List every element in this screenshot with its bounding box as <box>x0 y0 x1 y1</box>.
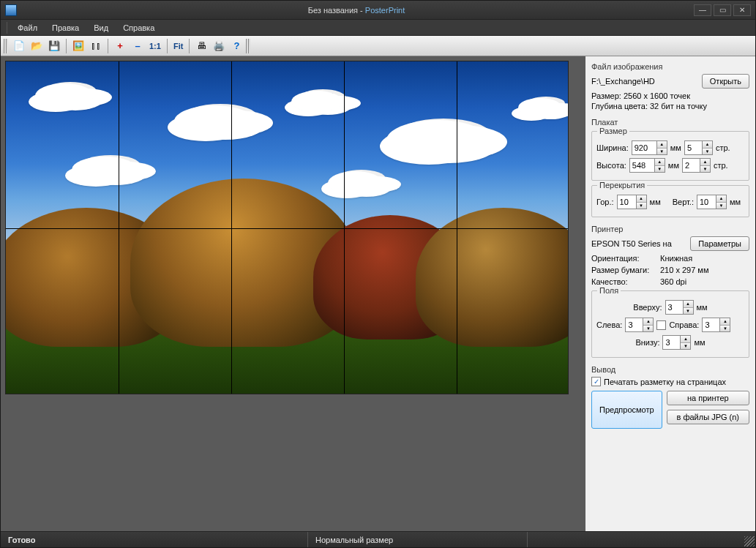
width-spinner[interactable]: ▲▼ <box>632 140 667 155</box>
open-icon[interactable]: 📂 <box>29 38 45 54</box>
poster-section: Плакат Размер Ширина: ▲▼ мм ▲▼ стр. Высо… <box>591 118 749 217</box>
spin-up-icon[interactable]: ▲ <box>716 195 726 203</box>
bottom-margin-input[interactable] <box>662 335 680 350</box>
bottom-margin-spinner[interactable]: ▲▼ <box>662 335 691 350</box>
vert-overlap-spinner[interactable]: ▲▼ <box>697 195 727 209</box>
output-section: Вывод ✓ Печатать разметку на страницах П… <box>591 365 749 429</box>
spin-up-icon[interactable]: ▲ <box>637 195 646 203</box>
spin-down-icon[interactable]: ▼ <box>720 326 730 332</box>
height-spinner[interactable]: ▲▼ <box>629 158 665 173</box>
overlap-title: Перекрытия <box>597 181 647 189</box>
spin-down-icon[interactable]: ▼ <box>681 343 690 350</box>
image-icon[interactable]: 🖼️ <box>70 38 86 54</box>
save-icon[interactable]: 💾 <box>46 38 62 54</box>
grid-line <box>119 61 119 394</box>
close-button[interactable]: ✕ <box>733 4 751 16</box>
left-margin-input[interactable] <box>625 318 643 332</box>
spin-down-icon[interactable]: ▼ <box>643 326 653 332</box>
minimize-button[interactable]: — <box>694 4 711 16</box>
right-margin-input[interactable] <box>702 318 719 332</box>
grid-line <box>231 61 232 394</box>
grid-line <box>457 61 457 394</box>
spin-up-icon[interactable]: ▲ <box>655 159 665 166</box>
printer-params-button[interactable]: Параметры <box>690 236 749 251</box>
vpages-spinner[interactable]: ▲▼ <box>682 158 711 173</box>
spin-up-icon[interactable]: ▲ <box>684 301 693 308</box>
resize-handle-icon[interactable] <box>744 536 755 547</box>
vert-overlap-label: Верт.: <box>673 198 694 206</box>
paper-size-label: Размер бумаги: <box>591 266 657 274</box>
spin-up-icon[interactable]: ▲ <box>720 318 730 326</box>
grid-line <box>6 228 568 229</box>
spin-down-icon[interactable]: ▼ <box>716 203 726 209</box>
spin-down-icon[interactable]: ▼ <box>703 149 712 155</box>
right-margin-spinner[interactable]: ▲▼ <box>702 318 730 332</box>
print-layout-checkbox[interactable]: ✓ <box>591 377 601 386</box>
printer-name: EPSON T50 Series на <box>591 239 672 248</box>
link-margins-checkbox[interactable] <box>656 320 666 330</box>
height-input[interactable] <box>629 158 654 173</box>
print-layout-label: Печатать разметку на страницах <box>604 378 726 386</box>
vert-overlap-input[interactable] <box>697 195 716 209</box>
statusbar: Готово Нормальный размер <box>1 531 755 547</box>
spin-up-icon[interactable]: ▲ <box>700 159 710 166</box>
print-preview-icon[interactable]: 🖶 <box>193 38 209 54</box>
menu-edit[interactable]: Правка <box>45 21 86 34</box>
content-area: Файл изображения F:\_Exchange\HD Открыть… <box>1 56 755 531</box>
cloud-icon <box>518 98 562 117</box>
app-icon <box>5 4 17 16</box>
maximize-button[interactable]: ▭ <box>714 4 731 16</box>
top-margin-spinner[interactable]: ▲▼ <box>665 300 694 315</box>
toolbar-grip-end[interactable] <box>246 39 250 53</box>
open-file-button[interactable]: Открыть <box>702 74 749 89</box>
width-label: Ширина: <box>596 143 629 152</box>
top-margin-input[interactable] <box>665 300 683 315</box>
menu-file[interactable]: Файл <box>10 21 45 34</box>
document-name: Без названия <box>308 6 358 15</box>
horiz-overlap-spinner[interactable]: ▲▼ <box>617 195 647 209</box>
help-icon[interactable]: ? <box>228 38 244 54</box>
zoom-1-1-button[interactable]: 1:1 <box>147 41 163 51</box>
spin-up-icon[interactable]: ▲ <box>703 141 712 149</box>
color-depth: Глубина цвета: 32 бит на точку <box>591 102 749 110</box>
margins-title: Поля <box>597 286 621 295</box>
spin-up-icon[interactable]: ▲ <box>657 141 667 149</box>
toolbar-grip[interactable] <box>4 39 8 53</box>
new-icon[interactable]: 📄 <box>11 38 27 54</box>
spin-down-icon[interactable]: ▼ <box>684 308 693 315</box>
zoom-fit-button[interactable]: Fit <box>171 41 185 51</box>
horiz-overlap-input[interactable] <box>617 195 636 209</box>
spin-down-icon[interactable]: ▼ <box>655 166 665 173</box>
cloud-icon <box>386 120 489 161</box>
poster-preview[interactable] <box>5 61 569 394</box>
spin-down-icon[interactable]: ▼ <box>637 203 646 209</box>
menu-help[interactable]: Справка <box>116 21 162 34</box>
poster-size-title: Размер <box>597 127 629 135</box>
layout-icon[interactable]: ⫿⫿ <box>88 38 104 54</box>
poster-section-header: Плакат <box>591 118 749 127</box>
spin-down-icon[interactable]: ▼ <box>700 166 710 173</box>
menubar: Файл Правка Вид Справка <box>1 20 755 36</box>
right-margin-label: Справа: <box>669 320 699 329</box>
orientation-value: Книжная <box>660 254 692 263</box>
file-path: F:\_Exchange\HD <box>591 77 655 86</box>
zoom-in-icon[interactable]: + <box>112 38 128 54</box>
vpages-input[interactable] <box>682 158 700 173</box>
cloud-icon <box>35 83 94 108</box>
left-margin-spinner[interactable]: ▲▼ <box>625 318 654 332</box>
paper-size-value: 210 x 297 мм <box>660 266 709 274</box>
spin-up-icon[interactable]: ▲ <box>681 336 690 343</box>
hpages-spinner[interactable]: ▲▼ <box>684 140 713 155</box>
spin-down-icon[interactable]: ▼ <box>657 149 667 155</box>
hpages-input[interactable] <box>684 140 702 155</box>
to-printer-button[interactable]: на принтер <box>667 391 749 405</box>
print-icon[interactable]: 🖨️ <box>211 38 227 54</box>
cloud-icon <box>328 171 383 195</box>
menu-view[interactable]: Вид <box>86 21 116 34</box>
to-jpg-button[interactable]: в файлы JPG (n) <box>667 410 749 424</box>
bottom-margin-label: Внизу: <box>635 338 659 347</box>
width-input[interactable] <box>632 140 656 155</box>
preview-button[interactable]: Предпросмотр <box>591 391 662 429</box>
spin-up-icon[interactable]: ▲ <box>643 318 653 326</box>
zoom-out-icon[interactable]: – <box>130 38 146 54</box>
